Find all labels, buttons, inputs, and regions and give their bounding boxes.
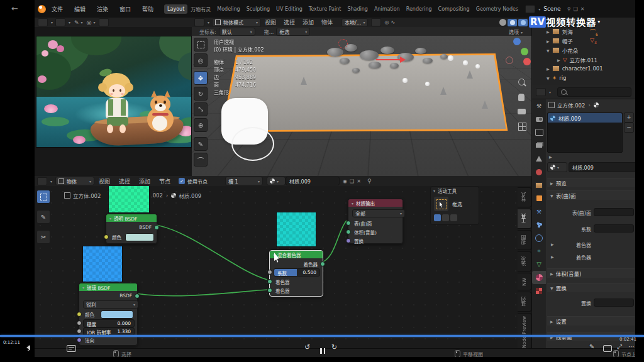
node-links-cut-tool[interactable]: ✂ <box>36 230 50 244</box>
options-dropdown[interactable]: 选项▾ <box>509 28 523 35</box>
menu-render[interactable]: 渲染 <box>91 5 114 13</box>
material-datablock-name[interactable]: 材质.009 <box>569 162 639 172</box>
menu-help[interactable]: 帮助 <box>136 5 159 13</box>
output-target-dropdown[interactable]: 全部▾ <box>352 209 405 217</box>
measure-tool[interactable]: ⌒ <box>194 153 208 167</box>
viewport-editor-type-icon[interactable] <box>194 18 204 26</box>
tab-options[interactable]: 选项 <box>518 251 531 272</box>
properties-search-input[interactable] <box>557 87 631 97</box>
mode-dropdown[interactable]: 物体模式▾ <box>212 18 261 27</box>
transparent-color-socket[interactable] <box>104 234 109 239</box>
menu-window[interactable]: 窗口 <box>114 5 136 13</box>
workspace-tab-shading[interactable]: Shading <box>344 4 371 14</box>
annotate-tool[interactable]: ✎ <box>194 137 208 151</box>
node-menu-add[interactable]: 添加 <box>135 177 155 185</box>
node-select-box-tool[interactable] <box>36 190 50 204</box>
edit-pencil-icon[interactable]: ✎ <box>589 343 594 350</box>
workspace-tab-animation[interactable]: Animation <box>371 4 403 14</box>
unlink-material-icon[interactable]: ✕ <box>357 178 361 184</box>
video-progress-bar[interactable] <box>0 335 644 337</box>
camera-view-icon[interactable] <box>518 109 526 114</box>
node-menu-node[interactable]: 节点 <box>155 177 175 185</box>
tab-node-preview[interactable]: Node Preview <box>518 313 531 348</box>
annotate-tool-icon[interactable] <box>55 18 65 26</box>
tab-constraint-properties[interactable]: ⌗ <box>532 244 546 258</box>
pause-icon[interactable] <box>320 344 325 356</box>
scene-icon[interactable] <box>525 5 535 13</box>
back-arrow-icon[interactable]: ← <box>11 4 18 13</box>
tab-viewlayer-properties[interactable] <box>532 139 546 152</box>
pan-hand-icon[interactable] <box>518 94 525 101</box>
tab-nw[interactable]: NW <box>518 273 531 290</box>
node-editor-type-icon[interactable] <box>37 177 47 185</box>
panel-settings[interactable]: ▶设置 <box>547 316 635 326</box>
volume-icon[interactable] <box>26 345 30 350</box>
material-slot-selected[interactable]: 材质.009 <box>548 113 622 123</box>
glass-bsdf-output-socket[interactable] <box>135 293 140 299</box>
displacement-value-field[interactable] <box>594 299 634 307</box>
tab-scene-properties[interactable] <box>532 152 546 165</box>
shader-type-dropdown[interactable]: 物体▾ <box>55 177 94 185</box>
select-mode-subtract[interactable] <box>450 214 457 221</box>
forward-10-icon[interactable]: ↻ <box>331 343 337 351</box>
workspace-tab-modeling[interactable]: Modeling <box>214 4 243 14</box>
solid-shading-icon[interactable] <box>499 19 506 26</box>
outliner-row-maozi[interactable]: ▶ 帽子 <box>547 37 573 45</box>
mix-fac-slider[interactable]: 系数0.500 <box>274 268 320 277</box>
editor-type-icon[interactable] <box>38 18 48 26</box>
transform-tool[interactable]: ⊕ <box>194 118 208 132</box>
proportional-edit-icon[interactable]: ◎ <box>384 19 389 25</box>
node-annotate-tool[interactable]: ✎ <box>36 210 50 224</box>
circle-tool-icon[interactable]: ◎ <box>87 19 92 26</box>
new-scene-icon[interactable]: ❏ <box>574 6 578 12</box>
workspace-tab-texture-paint[interactable]: Texture Paint <box>306 4 345 14</box>
slot-specials-arrow[interactable]: ▶ <box>549 155 552 159</box>
workspace-tab-geometry-nodes[interactable]: Geometry Nodes <box>473 4 521 14</box>
mix-fac-socket[interactable] <box>267 270 272 275</box>
output-surface-socket[interactable] <box>346 221 351 226</box>
viewport-menu-object[interactable]: 物体 <box>318 18 336 26</box>
tab-particle-properties[interactable] <box>532 218 546 231</box>
rewind-10-icon[interactable]: ↺ <box>304 343 310 351</box>
workspace-tab-sculpting[interactable]: Sculpting <box>243 4 273 14</box>
tab-view[interactable]: 视图 <box>518 230 531 250</box>
panel-displacement[interactable]: ▼置换 <box>547 283 635 292</box>
viewport-menu-select[interactable]: 选择 <box>280 18 299 26</box>
remove-slot-button[interactable]: − <box>624 123 634 133</box>
select-box-tool[interactable] <box>194 38 208 52</box>
workspace-tab-custom[interactable]: 万物有灵 <box>187 4 214 14</box>
close-icon[interactable]: ✕ <box>580 6 585 12</box>
outliner-row-xiaohuaduo[interactable]: ▼ 小花朵 <box>547 47 578 54</box>
material-browse-icon[interactable]: ▾ <box>267 177 286 185</box>
node-editor-canvas[interactable]: 立方体.002 .002 › 材质.009 ▾透明 BSDF BSDF 颜色 <box>35 186 531 348</box>
transparent-bsdf-node[interactable]: ▾透明 BSDF BSDF 颜色 <box>106 214 157 244</box>
browse-material-icon[interactable]: ▾ <box>547 162 567 172</box>
node-menu-select[interactable]: 选择 <box>114 177 135 185</box>
use-nodes-checkbox[interactable]: ✓ <box>179 178 185 184</box>
workspace-tab-layout[interactable]: Layout <box>164 4 187 14</box>
tab-material-properties[interactable] <box>532 271 546 284</box>
workspace-tab-rendering[interactable]: Rendering <box>403 4 435 14</box>
tab-object-properties[interactable] <box>532 192 546 205</box>
outliner-row-character[interactable]: ▶ character1.001 <box>547 65 603 72</box>
gizmo-x-arrow[interactable] <box>376 59 401 60</box>
gl distribución;glass-distribution-dropdown[interactable]: 锐利▾ <box>83 300 138 309</box>
rendered-shading-icon[interactable] <box>521 20 526 25</box>
fac-value-field[interactable] <box>594 224 634 233</box>
workspace-tab-uv[interactable]: UV Editing <box>273 4 306 14</box>
overlay-toggle-icon[interactable] <box>99 18 109 26</box>
material-output-node[interactable]: ▾材质输出 全部▾ 表(曲)面 体积(音量) 置换 <box>348 199 403 244</box>
fullscreen-icon[interactable]: ⤢ <box>617 343 622 351</box>
select-mode-new[interactable] <box>434 214 441 221</box>
surface-value-field[interactable] <box>594 208 634 216</box>
transform-orientation-dropdown[interactable]: 本地/...▾ <box>341 18 368 27</box>
transparent-color-swatch[interactable] <box>125 233 154 241</box>
outliner-row-liuhai[interactable]: ▶ 刘海 <box>547 28 573 35</box>
tab-physics-properties[interactable] <box>532 231 546 244</box>
tab-tool[interactable]: 工具 <box>518 209 531 229</box>
drag-dropdown[interactable]: 框选▾ <box>276 28 310 36</box>
keyboard-icon[interactable] <box>603 345 612 352</box>
move-tool[interactable]: ✥ <box>194 71 208 85</box>
mix-shader1-socket[interactable] <box>267 279 272 284</box>
mix-shader2-socket[interactable] <box>267 288 272 293</box>
